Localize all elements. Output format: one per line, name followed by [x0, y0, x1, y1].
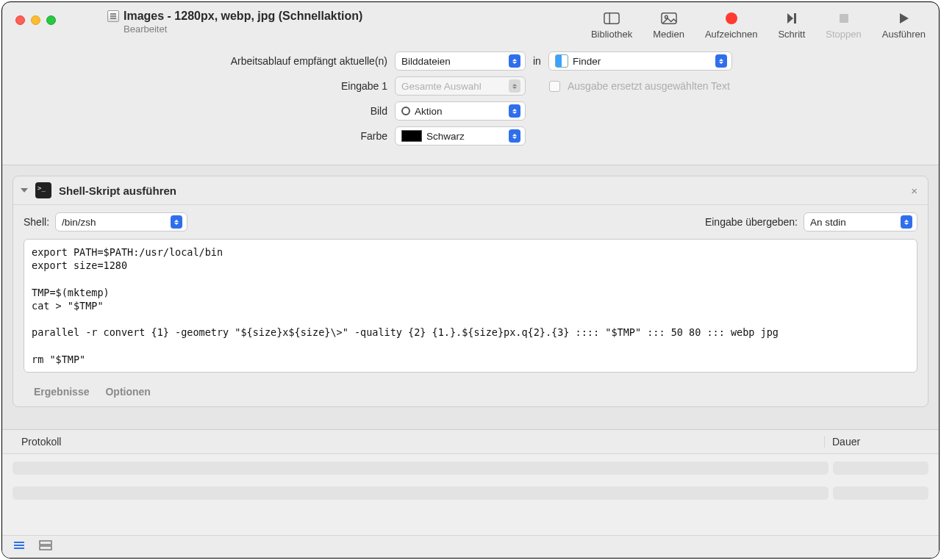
log-row	[12, 462, 929, 475]
workflow-config: Arbeitsablauf empfängt aktuelle(n) Bildd…	[2, 44, 939, 165]
run-button[interactable]: Ausführen	[882, 11, 926, 40]
fullscreen-window-button[interactable]	[46, 15, 56, 25]
color-value: Schwarz	[426, 131, 465, 142]
log-row	[12, 487, 929, 500]
library-label: Bibliothek	[591, 29, 632, 40]
grid-view-button[interactable]	[39, 540, 52, 553]
svg-rect-0	[604, 13, 619, 24]
receives-select[interactable]: Bilddateien	[395, 51, 526, 71]
title-block: Images - 1280px, webp, jpg (Schnellaktio…	[107, 10, 591, 35]
log-col-protocol: Protokoll	[21, 436, 824, 448]
record-button[interactable]: Aufzeichnen	[705, 11, 758, 40]
svg-rect-10	[40, 541, 51, 545]
document-icon	[107, 10, 119, 22]
log-body	[2, 454, 939, 535]
image-value: Aktion	[415, 106, 443, 117]
toolbar: Bibliothek Medien Aufzeichnen Schritt	[591, 10, 926, 40]
step-icon	[783, 11, 801, 26]
color-swatch	[401, 130, 422, 142]
in-app-select[interactable]: Finder	[548, 51, 732, 71]
options-tab[interactable]: Optionen	[105, 386, 150, 398]
close-window-button[interactable]	[15, 15, 25, 25]
in-app-value: Finder	[573, 56, 601, 67]
library-button[interactable]: Bibliothek	[591, 11, 632, 40]
color-label: Farbe	[17, 130, 387, 142]
input1-value: Gesamte Auswahl	[401, 81, 482, 92]
receives-value: Bilddateien	[401, 56, 451, 67]
svg-rect-6	[840, 14, 848, 23]
in-label: in	[533, 55, 541, 67]
log-footer	[2, 535, 939, 558]
window-title: Images - 1280px, webp, jpg (Schnellaktio…	[124, 10, 362, 23]
input1-select: Gesamte Auswahl	[395, 76, 526, 96]
pass-input-value: An stdin	[810, 217, 846, 228]
run-label: Ausführen	[882, 29, 926, 40]
play-icon	[895, 11, 912, 26]
action-run-shell-script: Shell-Skript ausführen × Shell: /bin/zsh…	[12, 176, 929, 407]
chevrons-icon	[509, 104, 520, 118]
chevrons-icon	[509, 54, 520, 68]
chevrons-icon	[509, 79, 520, 93]
results-tab[interactable]: Ergebnisse	[34, 386, 89, 398]
replace-output-checkbox	[549, 81, 560, 92]
step-label: Schritt	[778, 29, 805, 40]
gear-icon	[401, 107, 410, 115]
action-footer: Ergebnisse Optionen	[13, 380, 928, 406]
log-header: Protokoll Dauer	[2, 430, 939, 454]
shell-value: /bin/zsh	[62, 217, 96, 228]
record-icon	[723, 11, 740, 26]
chevrons-icon	[509, 129, 520, 143]
workflow-canvas[interactable]: Shell-Skript ausführen × Shell: /bin/zsh…	[2, 165, 939, 429]
image-label: Bild	[17, 105, 387, 117]
shell-label: Shell:	[24, 216, 49, 228]
terminal-icon	[35, 182, 51, 198]
log-col-duration: Dauer	[824, 436, 920, 448]
pass-input-label: Eingabe übergeben:	[705, 216, 798, 228]
shell-select[interactable]: /bin/zsh	[55, 212, 187, 231]
finder-icon	[555, 54, 568, 68]
action-title: Shell-Skript ausführen	[59, 184, 901, 197]
window-subtitle: Bearbeitet	[124, 24, 591, 35]
minimize-window-button[interactable]	[31, 15, 40, 25]
pass-input-select[interactable]: An stdin	[804, 212, 917, 231]
app-window: Images - 1280px, webp, jpg (Schnellaktio…	[1, 1, 940, 559]
window-controls	[15, 15, 56, 25]
svg-rect-5	[794, 13, 796, 24]
color-select[interactable]: Schwarz	[395, 126, 526, 146]
script-textarea[interactable]: export PATH=$PATH:/usr/local/bin export …	[24, 239, 917, 373]
replace-output-label: Ausgabe ersetzt ausgewählten Text	[568, 80, 730, 92]
chevrons-icon	[715, 54, 727, 68]
receives-label: Arbeitsablauf empfängt aktuelle(n)	[17, 55, 387, 67]
media-label: Medien	[653, 29, 684, 40]
photo-icon	[660, 11, 678, 26]
log-panel: Protokoll Dauer	[2, 429, 939, 558]
svg-rect-11	[40, 546, 51, 550]
stop-icon	[835, 11, 853, 26]
disclosure-triangle-icon[interactable]	[21, 188, 28, 193]
titlebar: Images - 1280px, webp, jpg (Schnellaktio…	[2, 2, 939, 44]
chevrons-icon	[901, 215, 912, 229]
svg-point-4	[726, 12, 737, 24]
stop-label: Stoppen	[826, 29, 861, 40]
sidebar-icon	[603, 11, 620, 26]
action-header[interactable]: Shell-Skript ausführen ×	[13, 176, 928, 205]
input1-label: Eingabe 1	[17, 80, 387, 92]
action-controls: Shell: /bin/zsh Eingabe übergeben: An st…	[13, 205, 928, 239]
image-select[interactable]: Aktion	[395, 101, 526, 121]
svg-point-3	[665, 15, 668, 18]
chevrons-icon	[171, 215, 182, 229]
media-button[interactable]: Medien	[653, 11, 684, 40]
record-label: Aufzeichnen	[705, 29, 758, 40]
remove-action-button[interactable]: ×	[908, 184, 920, 197]
list-view-button[interactable]	[12, 540, 26, 553]
step-button[interactable]: Schritt	[778, 11, 805, 40]
stop-button: Stoppen	[826, 11, 861, 40]
